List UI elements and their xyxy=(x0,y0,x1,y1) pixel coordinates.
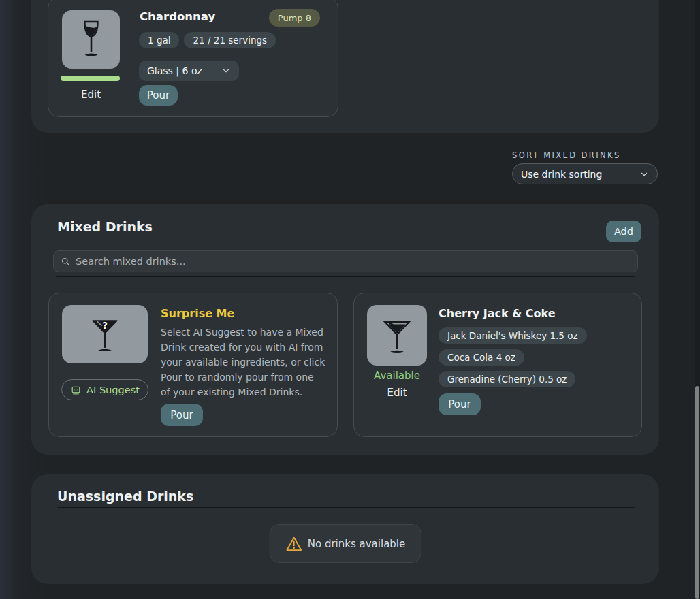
svg-text:?: ? xyxy=(102,321,108,331)
chevron-down-icon xyxy=(639,169,649,179)
mixed-drink-title: Surprise Me xyxy=(161,307,234,320)
sort-mixed-drinks-select[interactable]: Use drink sorting xyxy=(512,163,658,184)
ingredient-badge: Grenadine (Cherry) 0.5 oz xyxy=(439,371,575,387)
keg-level-progress-bar xyxy=(61,76,120,81)
sort-mixed-drinks-label: SORT MIXED DRINKS xyxy=(512,150,621,160)
empty-message: No drinks available xyxy=(308,538,406,550)
search-input[interactable] xyxy=(76,256,631,267)
mixed-drink-image xyxy=(367,305,427,366)
martini-glass-icon xyxy=(376,314,418,357)
search-icon xyxy=(61,257,71,267)
mixed-drink-title: Cherry Jack & Coke xyxy=(439,307,556,320)
ingredient-badge: Coca Cola 4 oz xyxy=(439,349,524,366)
mixed-drinks-panel: Mixed Drinks Add ? AI Suggest Surprise M… xyxy=(31,204,659,455)
mixed-drink-card-cherry-jack-coke: Available Edit Cherry Jack & Coke Jack D… xyxy=(353,293,642,437)
no-drinks-available-notice: No drinks available xyxy=(270,524,421,563)
warning-icon xyxy=(285,535,303,553)
robot-icon xyxy=(70,384,82,395)
scrollbar-thumb[interactable] xyxy=(695,386,699,599)
glass-size-select[interactable]: Glass | 6 oz xyxy=(139,61,239,81)
pour-mixed-drink-button[interactable]: Pour xyxy=(439,393,481,415)
divider xyxy=(57,507,635,508)
servings-badge: 21 / 21 servings xyxy=(184,32,276,48)
divider xyxy=(56,276,635,277)
glass-size-value: Glass | 6 oz xyxy=(147,65,202,76)
pump-drink-panel: Edit Chardonnay Pump 8 1 gal 21 / 21 ser… xyxy=(31,0,659,133)
surprise-me-description: Select AI Suggest to have a Mixed Drink … xyxy=(161,325,325,400)
edit-mixed-drink-button[interactable]: Edit xyxy=(367,387,427,399)
add-mixed-drink-button[interactable]: Add xyxy=(606,221,641,242)
scrollbar-track[interactable] xyxy=(695,0,700,599)
pour-pump-drink-button[interactable]: Pour xyxy=(139,85,178,106)
pump-drink-badges: 1 gal 21 / 21 servings xyxy=(139,32,276,48)
ai-suggest-button[interactable]: AI Suggest xyxy=(61,379,148,400)
pump-drink-card: Edit Chardonnay Pump 8 1 gal 21 / 21 ser… xyxy=(48,0,338,117)
pump-number-badge: Pump 8 xyxy=(269,9,320,27)
chevron-down-icon xyxy=(221,66,231,76)
mixed-drinks-heading: Mixed Drinks xyxy=(57,219,153,234)
size-badge: 1 gal xyxy=(139,32,179,48)
mixed-drink-card-surprise-me: ? AI Suggest Surprise Me Select AI Sugge… xyxy=(48,293,338,437)
surprise-drink-image: ? xyxy=(62,305,148,363)
ingredient-badge: Jack Daniel's Whiskey 1.5 oz xyxy=(439,327,587,344)
ai-suggest-label: AI Suggest xyxy=(86,385,140,395)
sort-select-value: Use drink sorting xyxy=(521,169,602,180)
wine-glass-image xyxy=(62,10,120,69)
martini-glass-question-icon: ? xyxy=(83,313,127,355)
availability-status: Available xyxy=(367,370,427,382)
wine-glass-icon xyxy=(74,18,109,61)
pump-drink-title: Chardonnay xyxy=(140,10,215,23)
unassigned-drinks-panel: Unassigned Drinks No drinks available xyxy=(31,474,659,584)
unassigned-drinks-heading: Unassigned Drinks xyxy=(57,489,193,504)
pour-random-button[interactable]: Pour xyxy=(161,404,203,426)
edit-pump-drink-button[interactable]: Edit xyxy=(62,88,120,101)
search-mixed-drinks-field xyxy=(53,250,638,272)
